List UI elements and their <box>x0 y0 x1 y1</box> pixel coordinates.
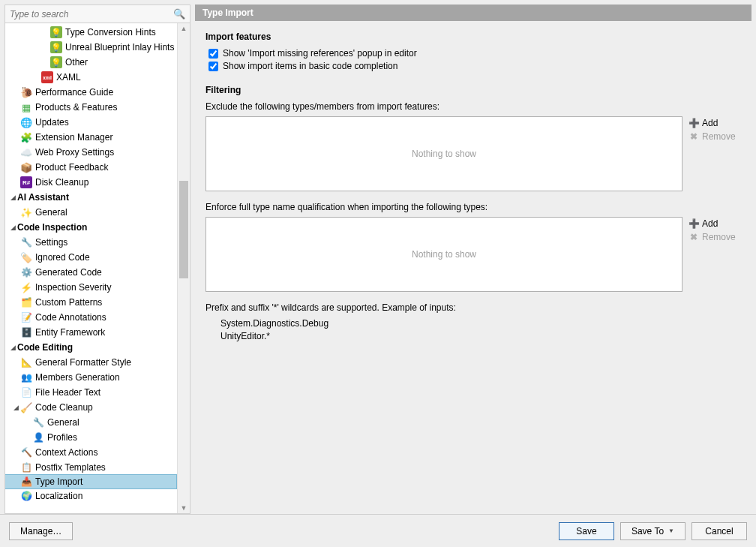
tree-item-context-actions[interactable]: 🔨Context Actions <box>5 445 190 460</box>
plus-icon: ➕ <box>688 118 699 128</box>
tree-item-formatter-style[interactable]: 📐General Formatter Style <box>5 355 190 370</box>
footer: Manage… Save Save To ▼ Cancel <box>0 514 756 547</box>
tree-item-disk-cleanup[interactable]: R#Disk Cleanup <box>5 175 190 190</box>
checkbox-label: Show import items in basic code completi… <box>223 61 398 71</box>
database-icon: 🗄️ <box>20 326 32 338</box>
page-title: Type Import <box>195 5 752 21</box>
tree-item-members-generation[interactable]: 👥Members Generation <box>5 370 190 385</box>
tree-group-code-editing[interactable]: ◢Code Editing <box>5 340 190 355</box>
tree-scrollbar[interactable]: ▲ ▼ <box>177 23 190 513</box>
disk-icon: R# <box>20 176 32 188</box>
example-line: UnityEditor.* <box>220 330 741 343</box>
tree-item-code-cleanup[interactable]: ◢🧹Code Cleanup <box>5 400 190 415</box>
example-line: System.Diagnostics.Debug <box>220 317 741 330</box>
expand-icon: ◢ <box>8 224 17 231</box>
cloud-icon: ☁️ <box>20 146 32 158</box>
tree-item-ci-generated[interactable]: ⚙️Generated Code <box>5 265 190 280</box>
annotation-icon: 📝 <box>20 311 32 323</box>
template-icon: 📋 <box>20 461 32 473</box>
tree-item-products-features[interactable]: ▦Products & Features <box>5 100 190 115</box>
tree-item-web-proxy[interactable]: ☁️Web Proxy Settings <box>5 145 190 160</box>
checkbox-show-popup[interactable]: Show 'Import missing references' popup i… <box>208 48 741 59</box>
tree-item-product-feedback[interactable]: 📦Product Feedback <box>5 160 190 175</box>
tree-item-extension-manager[interactable]: 🧩Extension Manager <box>5 130 190 145</box>
hint-icon: 💡 <box>50 56 62 68</box>
hint-icon: 💡 <box>50 41 62 53</box>
tree-group-ai-assistant[interactable]: ◢AI Assistant <box>5 190 190 205</box>
search-bar: 🔍 <box>5 5 190 23</box>
checkbox-label: Show 'Import missing references' popup i… <box>223 48 417 59</box>
section-filtering: Filtering <box>206 85 741 95</box>
tree-item-ai-general[interactable]: ✨General <box>5 205 190 220</box>
globe-icon: 🌐 <box>20 116 32 128</box>
remove-icon: ✖ <box>688 232 699 242</box>
exclude-remove-button: ✖ Remove <box>688 131 741 142</box>
scroll-down-icon[interactable]: ▼ <box>180 504 188 512</box>
save-to-label: Save To <box>632 526 664 536</box>
gear-icon: ⚙️ <box>20 266 32 278</box>
tree-item-ci-settings[interactable]: 🔧Settings <box>5 235 190 250</box>
tree-item-type-import[interactable]: 📥Type Import <box>5 474 177 489</box>
tree-item-cleanup-general[interactable]: 🔧General <box>5 415 190 430</box>
checkbox-input[interactable] <box>208 62 218 71</box>
tree-item-unreal-inlay-hints[interactable]: 💡Unreal Blueprint Inlay Hints <box>5 40 190 55</box>
examples: System.Diagnostics.Debug UnityEditor.* <box>220 317 741 343</box>
file-icon: 📄 <box>20 386 32 398</box>
scroll-up-icon[interactable]: ▲ <box>180 25 188 32</box>
wrench-icon: 🔧 <box>32 416 44 428</box>
manage-button[interactable]: Manage… <box>9 522 73 540</box>
checkbox-show-items[interactable]: Show import items in basic code completi… <box>208 61 741 71</box>
search-icon[interactable]: 🔍 <box>172 7 187 22</box>
enforce-remove-button: ✖ Remove <box>688 232 741 242</box>
tree-item-type-conversion-hints[interactable]: 💡Type Conversion Hints <box>5 25 190 40</box>
tree-item-cleanup-profiles[interactable]: 👤Profiles <box>5 430 190 445</box>
import-icon: 📥 <box>20 476 32 488</box>
tree-group-code-inspection[interactable]: ◢Code Inspection <box>5 220 190 235</box>
remove-label: Remove <box>702 131 736 142</box>
tree-item-updates[interactable]: 🌐Updates <box>5 115 190 130</box>
checkbox-input[interactable] <box>208 49 218 59</box>
expand-icon: ◢ <box>8 194 17 201</box>
formatter-icon: 📐 <box>20 356 32 368</box>
tree-item-ci-ignored[interactable]: 🏷️Ignored Code <box>5 250 190 265</box>
expand-icon: ◢ <box>8 344 17 351</box>
exclude-description: Exclude the following types/members from… <box>206 101 741 112</box>
enforce-listbox[interactable]: Nothing to show <box>206 217 682 292</box>
empty-placeholder: Nothing to show <box>412 249 476 260</box>
tree-item-ci-patterns[interactable]: 🗂️Custom Patterns <box>5 295 190 310</box>
hammer-icon: 🔨 <box>20 446 32 458</box>
wildcard-hint: Prefix and suffix '*' wildcards are supp… <box>206 302 741 313</box>
empty-placeholder: Nothing to show <box>412 149 476 159</box>
remove-icon: ✖ <box>688 131 699 142</box>
settings-tree: 💡Type Conversion Hints 💡Unreal Blueprint… <box>5 23 190 513</box>
exclude-listbox[interactable]: Nothing to show <box>206 116 682 191</box>
tree-item-localization[interactable]: 🌍Localization <box>5 488 190 503</box>
search-input[interactable] <box>5 7 172 22</box>
scroll-thumb[interactable] <box>179 181 188 278</box>
members-icon: 👥 <box>20 371 32 383</box>
cancel-button[interactable]: Cancel <box>692 522 747 540</box>
broom-icon: 🧹 <box>20 401 32 413</box>
feedback-icon: 📦 <box>20 161 32 173</box>
tree-item-other[interactable]: 💡Other <box>5 55 190 70</box>
tree-item-postfix-templates[interactable]: 📋Postfix Templates <box>5 460 190 475</box>
chevron-down-icon: ▼ <box>668 527 674 534</box>
tree-item-ci-ef[interactable]: 🗄️Entity Framework <box>5 325 190 340</box>
add-label: Add <box>702 118 718 128</box>
extension-icon: 🧩 <box>20 131 32 143</box>
localization-icon: 🌍 <box>20 490 32 502</box>
save-button[interactable]: Save <box>559 522 614 540</box>
tree-item-ci-annotations[interactable]: 📝Code Annotations <box>5 310 190 325</box>
tree-item-file-header[interactable]: 📄File Header Text <box>5 385 190 400</box>
hint-icon: 💡 <box>50 26 62 38</box>
tree-item-xaml[interactable]: xmlXAML <box>5 70 190 85</box>
tree-item-performance-guide[interactable]: 🐌Performance Guide <box>5 85 190 100</box>
ai-icon: ✨ <box>20 206 32 218</box>
exclude-add-button[interactable]: ➕ Add <box>688 118 741 128</box>
enforce-add-button[interactable]: ➕ Add <box>688 218 741 229</box>
tag-icon: 🏷️ <box>20 251 32 263</box>
settings-icon: 🔧 <box>20 236 32 248</box>
save-to-button[interactable]: Save To ▼ <box>620 522 686 540</box>
enforce-description: Enforce full type name qualification whe… <box>206 202 741 212</box>
tree-item-ci-severity[interactable]: ⚡Inspection Severity <box>5 280 190 295</box>
